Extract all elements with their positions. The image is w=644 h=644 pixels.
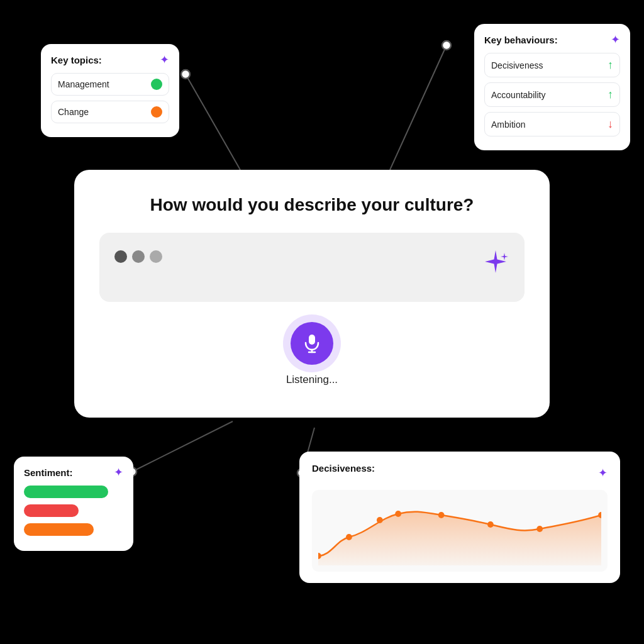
decisiveness-title: Decisiveness: (312, 463, 375, 474)
audio-dot-1 (114, 250, 127, 263)
svg-line-4 (132, 421, 233, 472)
main-card: How would you describe your culture? (74, 170, 550, 418)
svg-point-3 (442, 41, 451, 50)
svg-point-12 (346, 534, 352, 540)
sentiment-bar-orange (24, 523, 94, 536)
audio-dot-2 (132, 250, 145, 263)
behaviour-decisiveness: Decisiveness ↑ (484, 53, 620, 77)
behaviour-accountability-label: Accountability (491, 90, 545, 100)
scene: Key topics: ✦ Management Change Key beha… (0, 0, 644, 644)
svg-point-14 (395, 511, 401, 517)
behaviour-ambition: Ambition ↓ (484, 112, 620, 136)
mic-icon (302, 333, 322, 353)
audio-dots (114, 250, 162, 263)
key-behaviours-header: Key behaviours: ✦ (484, 33, 620, 47)
audio-dot-3 (150, 250, 162, 263)
sentiment-bar-green (24, 486, 108, 498)
mic-section: Listening... (99, 322, 525, 386)
sentiment-title: Sentiment: (24, 467, 73, 478)
main-card-title: How would you describe your culture? (99, 195, 525, 215)
sentiment-card: Sentiment: ✦ (14, 457, 133, 551)
behaviour-accountability: Accountability ↑ (484, 82, 620, 107)
svg-line-2 (390, 45, 447, 170)
svg-point-17 (536, 526, 543, 532)
topic-change-dot (151, 106, 162, 118)
chart-area (312, 490, 608, 572)
behaviour-decisiveness-arrow: ↑ (608, 58, 613, 72)
svg-line-0 (186, 74, 240, 170)
sentiment-header: Sentiment: ✦ (24, 465, 123, 479)
svg-point-15 (438, 512, 445, 518)
svg-point-16 (487, 521, 494, 528)
main-card-sparkle (482, 248, 509, 281)
svg-point-13 (377, 517, 383, 523)
behaviour-ambition-arrow: ↓ (608, 118, 613, 131)
sentiment-sparkle: ✦ (114, 465, 123, 479)
listening-text: Listening... (286, 374, 338, 386)
key-topics-card: Key topics: ✦ Management Change (41, 44, 179, 137)
key-behaviours-sparkle: ✦ (611, 33, 620, 47)
topic-management: Management (51, 73, 169, 96)
sentiment-bar-red (24, 504, 79, 517)
key-topics-title: Key topics: (51, 55, 102, 65)
key-behaviours-card: Key behaviours: ✦ Decisiveness ↑ Account… (474, 24, 630, 150)
topic-management-label: Management (58, 79, 109, 89)
topic-management-dot (151, 79, 162, 90)
behaviour-ambition-label: Ambition (491, 119, 525, 130)
decisiveness-sparkle: ✦ (598, 466, 608, 480)
audio-area (99, 233, 525, 302)
behaviour-accountability-arrow: ↑ (608, 88, 613, 101)
topic-change-label: Change (58, 107, 89, 117)
decisiveness-card: Decisiveness: ✦ (299, 452, 620, 583)
svg-point-1 (181, 70, 190, 79)
svg-rect-8 (309, 335, 315, 345)
topic-change: Change (51, 101, 169, 123)
key-behaviours-title: Key behaviours: (484, 35, 558, 45)
key-topics-sparkle: ✦ (160, 53, 169, 67)
behaviour-decisiveness-label: Decisiveness (491, 60, 543, 70)
key-topics-header: Key topics: ✦ (51, 53, 169, 67)
mic-button[interactable] (291, 322, 333, 365)
decisiveness-chart-svg (318, 496, 601, 565)
